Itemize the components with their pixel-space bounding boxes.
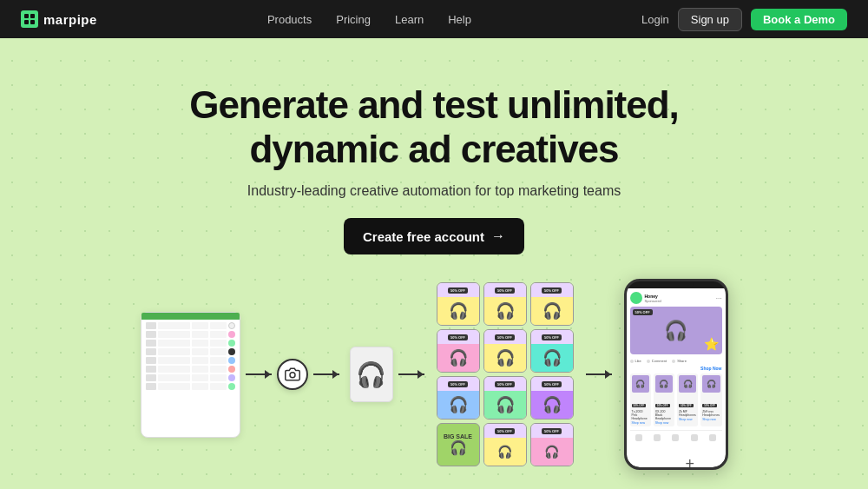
ad-card: 50% OFF 🎧 [437, 376, 480, 420]
ad-card: 50% OFF 🎧 [530, 423, 574, 466]
arrow-1 [240, 373, 277, 375]
svg-rect-0 [24, 14, 29, 18]
phone-product-card: 🎧 50% OFF ZbForsv Headphones Shop now [700, 373, 721, 426]
spreadsheet-panel [141, 312, 240, 438]
ad-card: 50% OFF 🎧 [437, 329, 480, 373]
ad-card: 50% OFF 🎧 [530, 282, 574, 326]
phone-notch [659, 281, 694, 288]
table-row [146, 357, 235, 364]
plus-sign: + [685, 455, 694, 473]
ad-card: 50% OFF 🎧 [483, 282, 527, 326]
cta-arrow: → [491, 228, 505, 244]
signup-button[interactable]: Sign up [678, 8, 742, 31]
video-icon [672, 434, 679, 441]
phone-product-row: 🎧 50% OFF Tx-2000 Pink Headphone Shop no… [630, 373, 722, 426]
nav-links: Products Pricing Learn Help [267, 11, 471, 27]
phone-product-card: 🎧 50% OFF Zk MF Headphones Shop now [677, 373, 698, 426]
phone-ad-main: 50% OFF 🎧 ⭐ [630, 307, 722, 354]
avatar [630, 292, 642, 304]
phone-more: ··· [716, 294, 722, 302]
arrow-4 [581, 373, 617, 375]
table-row [146, 366, 235, 373]
table-row [146, 331, 235, 338]
svg-point-4 [290, 373, 295, 378]
ad-row: 50% OFF 🎧 50% OFF 🎧 50% OFF 🎧 [437, 282, 574, 326]
login-button[interactable]: Login [641, 13, 669, 26]
ad-grid: 50% OFF 🎧 50% OFF 🎧 50% OFF 🎧 50% OFF 🎧 … [437, 282, 574, 466]
nav-products[interactable]: Products [267, 13, 312, 26]
product-image: 🎧 [350, 347, 393, 402]
ad-card: 50% OFF 🎧 [483, 423, 527, 466]
ad-card: 50% OFF 🎧 [530, 376, 574, 420]
table-row [146, 374, 235, 381]
menu-icon [691, 434, 698, 441]
hero-subtitle: Industry-leading creative automation for… [0, 183, 868, 199]
nav-learn[interactable]: Learn [395, 13, 424, 26]
arrow-3 [393, 373, 430, 375]
search-icon [654, 434, 661, 441]
phone-mockup: Honey Sponsored ··· 50% OFF 🎧 ⭐ Like Com… [624, 279, 728, 470]
logo-icon [21, 10, 38, 28]
bell-icon [709, 434, 716, 441]
arrow-2 [308, 373, 345, 375]
phone-bottom-bar [630, 430, 722, 443]
svg-rect-1 [30, 14, 35, 18]
ad-row: 50% OFF 🎧 50% OFF 🎧 50% OFF 🎧 [437, 329, 574, 373]
table-row [146, 348, 235, 355]
book-demo-button[interactable]: Book a Demo [751, 9, 847, 30]
home-icon [635, 434, 642, 441]
ad-card: 50% OFF 🎧 [483, 376, 527, 420]
table-row [146, 322, 235, 329]
phone-product-card: 🎧 50% OFF XX-200 Black Headphone Shop no… [654, 373, 674, 426]
phone-product-card: 🎧 50% OFF Tx-2000 Pink Headphone Shop no… [630, 373, 651, 426]
svg-rect-3 [30, 20, 35, 24]
nav-pricing[interactable]: Pricing [336, 13, 371, 26]
ad-card-sale: BIG SALE 🎧 [437, 423, 480, 466]
table-row [146, 383, 235, 390]
ad-card: 50% OFF 🎧 [483, 329, 527, 373]
ad-row: BIG SALE 🎧 50% OFF 🎧 50% OFF 🎧 [437, 423, 574, 466]
nav-actions: Login Sign up Book a Demo [641, 8, 847, 31]
logo-text: marpipe [43, 12, 97, 27]
nav-help[interactable]: Help [448, 13, 471, 26]
phone-actions: Like Comment Share [630, 357, 722, 365]
camera-node [277, 359, 308, 390]
ad-card: 50% OFF 🎧 [437, 282, 480, 326]
illustration-area: 🎧 50% OFF 🎧 50% OFF 🎧 50% OFF 🎧 50% OFF [0, 279, 868, 470]
table-row [146, 340, 235, 347]
svg-rect-2 [24, 20, 29, 24]
logo: marpipe [21, 10, 97, 28]
shop-now-link[interactable]: Shop Now [630, 366, 722, 371]
phone-sponsored: Sponsored [645, 299, 713, 303]
navbar: marpipe Products Pricing Learn Help Logi… [0, 0, 868, 38]
spreadsheet-header [141, 313, 240, 320]
ad-card: 50% OFF 🎧 [530, 329, 574, 373]
cta-button[interactable]: Create free account → [344, 218, 524, 254]
hero-section: Generate and test unlimited, dynamic ad … [0, 38, 868, 254]
phone-screen: Honey Sponsored ··· 50% OFF 🎧 ⭐ Like Com… [627, 288, 726, 467]
ad-row: 50% OFF 🎧 50% OFF 🎧 50% OFF 🎧 [437, 376, 574, 420]
hero-title: Generate and test unlimited, dynamic ad … [0, 83, 868, 171]
